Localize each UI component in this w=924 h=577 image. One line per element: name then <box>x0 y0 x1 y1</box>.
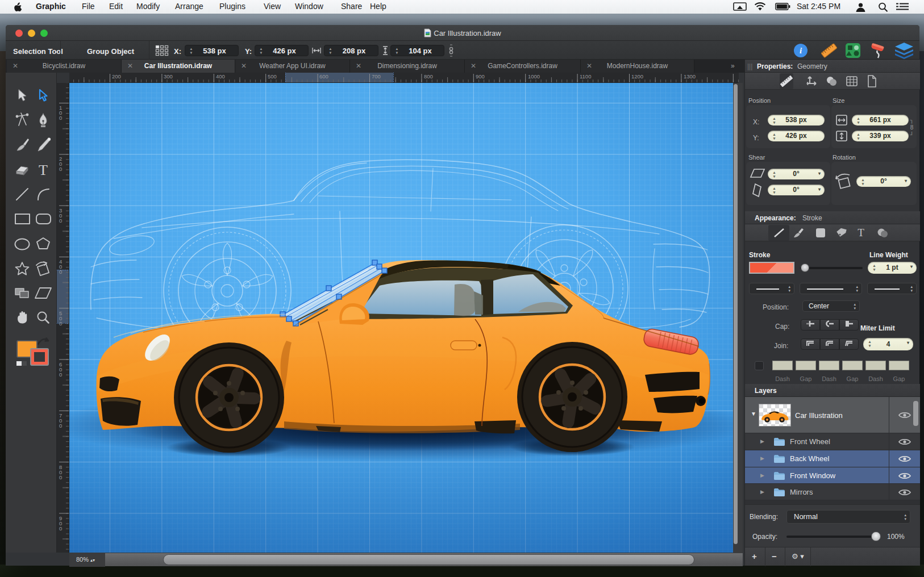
svg-text:0: 0 <box>59 320 62 327</box>
svg-text:900: 900 <box>476 73 485 80</box>
svg-text:200: 200 <box>112 73 121 80</box>
svg-text:0: 0 <box>59 474 62 480</box>
svg-text:700: 700 <box>372 73 381 80</box>
svg-text:0: 0 <box>59 166 62 172</box>
svg-text:1000: 1000 <box>528 73 540 80</box>
svg-text:1100: 1100 <box>580 73 591 80</box>
svg-text:0: 0 <box>59 423 62 429</box>
svg-text:0: 0 <box>59 371 62 378</box>
svg-text:400: 400 <box>216 73 225 80</box>
svg-text:600: 600 <box>319 73 328 80</box>
svg-text:T: T <box>39 162 48 178</box>
svg-text:T: T <box>858 227 864 239</box>
svg-text:0: 0 <box>59 269 62 275</box>
svg-text:1300: 1300 <box>684 73 696 80</box>
svg-text:0: 0 <box>59 115 62 121</box>
svg-text:800: 800 <box>424 73 433 80</box>
svg-text:500: 500 <box>268 73 277 80</box>
svg-text:300: 300 <box>164 73 173 80</box>
svg-text:1200: 1200 <box>631 73 643 80</box>
svg-text:0: 0 <box>59 525 62 532</box>
svg-text:0: 0 <box>59 218 62 224</box>
